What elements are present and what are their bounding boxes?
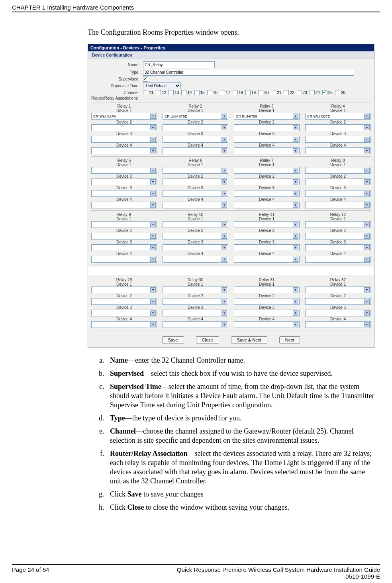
device-select[interactable]: ▾ xyxy=(305,179,371,185)
supervise-time-select[interactable]: Unit Default xyxy=(143,82,181,89)
channel-checkbox[interactable] xyxy=(310,90,315,95)
device-select[interactable]: ▾ xyxy=(163,298,228,305)
device-select[interactable]: ▾ xyxy=(163,124,228,131)
channel-18[interactable]: 18 xyxy=(233,90,243,95)
device-select[interactable]: ▾ xyxy=(163,167,228,174)
channel-25[interactable]: 25 xyxy=(322,90,333,95)
channel-23[interactable]: 23 xyxy=(297,90,307,95)
device-select[interactable]: ▾ xyxy=(234,298,300,305)
device-select[interactable]: ▾ xyxy=(91,244,157,251)
device-select[interactable]: ▾ xyxy=(305,287,371,293)
channel-24[interactable]: 24 xyxy=(310,90,320,95)
device-select[interactable]: ▾ xyxy=(163,310,228,316)
channel-21[interactable]: 21 xyxy=(271,90,281,95)
channel-checkbox[interactable] xyxy=(245,90,251,95)
channel-11[interactable]: 11 xyxy=(143,90,153,95)
device-select[interactable]: ▾ xyxy=(305,136,371,143)
device-select[interactable]: ▾ xyxy=(234,321,300,328)
device-select[interactable]: ▾ xyxy=(305,256,371,263)
device-select[interactable]: ▾ xyxy=(91,321,157,328)
device-select[interactable]: ▾ xyxy=(234,179,300,185)
channel-checkbox[interactable] xyxy=(181,90,186,95)
device-select[interactable]: ▾ xyxy=(234,256,300,263)
device-select[interactable]: ▾ xyxy=(234,124,300,131)
channel-16[interactable]: 16 xyxy=(207,90,218,95)
channel-12[interactable]: 12 xyxy=(156,90,166,95)
channel-22[interactable]: 22 xyxy=(284,90,294,95)
device-select[interactable]: ▾ xyxy=(91,190,157,197)
close-button[interactable]: Close xyxy=(196,336,219,344)
channel-checkbox[interactable] xyxy=(258,90,263,95)
channel-checkbox[interactable] xyxy=(207,90,212,95)
device-select[interactable]: ▾ xyxy=(305,202,371,208)
device-select[interactable]: ▾ xyxy=(163,233,228,239)
channel-checkbox[interactable] xyxy=(156,90,161,95)
device-select[interactable]: ▾ xyxy=(163,147,228,154)
device-select[interactable]: ▾ xyxy=(163,256,228,263)
channel-26[interactable]: 26 xyxy=(335,90,345,95)
device-select[interactable]: ▾ xyxy=(305,233,371,239)
device-select[interactable]: ▾ xyxy=(234,136,300,143)
channel-checkbox[interactable] xyxy=(194,90,200,95)
device-select[interactable]: ▾ xyxy=(91,298,157,305)
channel-checkbox[interactable] xyxy=(271,90,276,95)
device-select[interactable]: ▾ xyxy=(234,190,300,197)
device-select[interactable]: ▾ xyxy=(163,136,228,143)
device-select[interactable]: ▾ xyxy=(163,221,228,228)
device-select[interactable]: ▾ xyxy=(305,124,371,131)
device-select[interactable]: ▾ xyxy=(234,202,300,208)
name-input[interactable]: CR_Relay xyxy=(143,61,215,68)
device-select[interactable]: ▾ xyxy=(234,221,300,228)
device-select[interactable]: ▾ xyxy=(163,190,228,197)
device-select[interactable]: ▾ xyxy=(163,202,228,208)
channel-checkbox[interactable] xyxy=(297,90,302,95)
channel-checkbox[interactable] xyxy=(284,90,289,95)
channel-14[interactable]: 14 xyxy=(181,90,192,95)
device-select[interactable]: ▾ xyxy=(305,221,371,228)
channel-17[interactable]: 17 xyxy=(220,90,230,95)
channel-checkbox[interactable] xyxy=(143,90,148,95)
device-select[interactable]: ▾ xyxy=(234,244,300,251)
device-select[interactable]: ▾ xyxy=(305,298,371,305)
device-select[interactable]: ▾ xyxy=(305,244,371,251)
supervised-checkbox[interactable] xyxy=(143,77,148,82)
channel-checkbox[interactable] xyxy=(322,90,327,95)
device-select[interactable]: ▾ xyxy=(234,147,300,154)
device-select[interactable]: ▾ xyxy=(305,190,371,197)
device-select[interactable]: ▾ xyxy=(305,147,371,154)
channel-checkbox[interactable] xyxy=(233,90,238,95)
device-select[interactable]: ▾ xyxy=(234,233,300,239)
channel-13[interactable]: 13 xyxy=(169,90,179,95)
device-select[interactable]: ▾ xyxy=(91,167,157,174)
device-select[interactable]: ▾ xyxy=(91,147,157,154)
device-select[interactable]: ▾ xyxy=(91,136,157,143)
device-select[interactable]: ▾ xyxy=(234,310,300,316)
device-select[interactable]: ▾ xyxy=(163,244,228,251)
device-select[interactable]: ▾ xyxy=(91,179,157,185)
device-select[interactable]: ▾ xyxy=(91,287,157,293)
channel-checkbox[interactable] xyxy=(169,90,174,95)
save-button[interactable]: Save xyxy=(162,336,184,344)
channel-checkbox[interactable] xyxy=(220,90,225,95)
channel-20[interactable]: 20 xyxy=(258,90,269,95)
device-select[interactable]: ▾ xyxy=(91,221,157,228)
channel-19[interactable]: 19 xyxy=(245,90,256,95)
device-select[interactable]: ▾ xyxy=(305,310,371,316)
device-select[interactable]: ▾ xyxy=(234,167,300,174)
device-select[interactable]: ▾ xyxy=(91,310,157,316)
device-select[interactable]: ▾ xyxy=(91,124,157,131)
device-select[interactable]: ▾ xyxy=(163,321,228,328)
device-select[interactable]: ▾ xyxy=(305,167,371,174)
device-select[interactable]: ▾ xyxy=(234,287,300,293)
channel-checkbox[interactable] xyxy=(335,90,340,95)
device-select[interactable]: ▾ xyxy=(91,233,157,239)
next-button[interactable]: Next xyxy=(279,336,300,344)
device-select[interactable]: ▾ xyxy=(163,287,228,293)
device-select[interactable]: CR Wall 0D7D▾ xyxy=(305,113,371,120)
device-select[interactable]: CR Univ 076E▾ xyxy=(163,113,228,120)
channel-15[interactable]: 15 xyxy=(194,90,205,95)
device-select[interactable]: ▾ xyxy=(91,256,157,263)
device-select[interactable]: CR Pull-8799▾ xyxy=(234,113,300,120)
save-next-button[interactable]: Save & Next xyxy=(231,336,267,344)
device-select[interactable]: ▾ xyxy=(163,179,228,185)
